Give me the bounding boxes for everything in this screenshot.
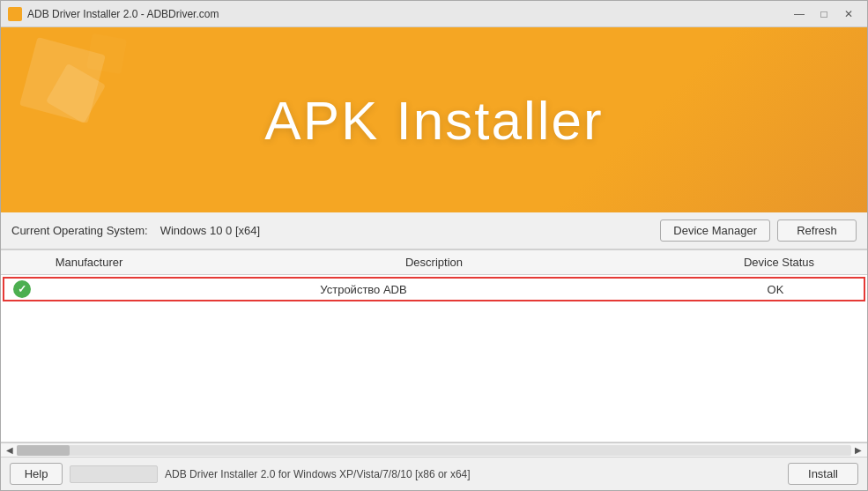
title-bar: ADB Driver Installer 2.0 - ADBDriver.com… xyxy=(1,1,867,27)
table-row[interactable]: ✓ Устройство ADB OK xyxy=(3,277,865,301)
minimize-button[interactable]: — xyxy=(788,5,811,23)
col-header-description: Description xyxy=(177,254,691,271)
empty-rows xyxy=(1,303,867,374)
col-header-status: Device Status xyxy=(691,254,867,271)
check-icon: ✓ xyxy=(13,280,31,298)
row-description: Устройство ADB xyxy=(40,283,687,296)
bottom-bar: Help ADB Driver Installer 2.0 for Window… xyxy=(1,457,867,490)
banner: APK Installer xyxy=(1,27,867,212)
col-header-manufacturer: Manufacturer xyxy=(1,254,177,271)
toolbar-row: Current Operating System: Windows 10 0 [… xyxy=(1,212,867,249)
device-manager-button[interactable]: Device Manager xyxy=(660,219,770,242)
window-controls: — □ ✕ xyxy=(788,5,860,23)
table-body: ✓ Устройство ADB OK xyxy=(1,275,867,442)
window-title: ADB Driver Installer 2.0 - ADBDriver.com xyxy=(27,8,788,20)
refresh-button[interactable]: Refresh xyxy=(777,219,857,242)
main-window: ADB Driver Installer 2.0 - ADBDriver.com… xyxy=(0,0,868,491)
device-table: Manufacturer Description Device Status ✓… xyxy=(1,249,867,443)
help-button[interactable]: Help xyxy=(10,463,63,485)
bottom-info-text: ADB Driver Installer 2.0 for Windows XP/… xyxy=(165,468,781,480)
scroll-left-arrow[interactable]: ◀ xyxy=(3,443,17,458)
os-label: Current Operating System: xyxy=(11,224,148,237)
close-button[interactable]: ✕ xyxy=(837,5,860,23)
scrollbar-thumb[interactable] xyxy=(17,445,70,456)
table-header: Manufacturer Description Device Status xyxy=(1,250,867,275)
maximize-button[interactable]: □ xyxy=(812,5,835,23)
os-value: Windows 10 0 [x64] xyxy=(160,224,260,237)
row-device-status: OK xyxy=(687,283,864,296)
progress-bar xyxy=(70,465,158,483)
banner-title: APK Installer xyxy=(264,89,603,152)
scrollbar-track[interactable] xyxy=(17,445,851,456)
app-icon xyxy=(8,7,22,21)
horizontal-scrollbar[interactable]: ◀ ▶ xyxy=(1,443,867,457)
row-status-icon: ✓ xyxy=(4,280,40,298)
install-button[interactable]: Install xyxy=(788,463,858,485)
scroll-right-arrow[interactable]: ▶ xyxy=(851,443,865,458)
